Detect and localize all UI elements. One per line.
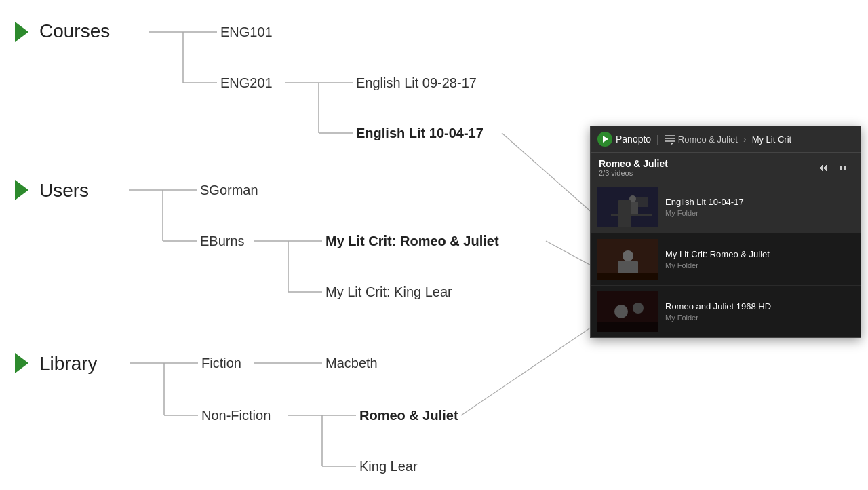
panopto-logo: Panopto: [597, 132, 651, 147]
eng-lit-0928-label: English Lit 09-28-17: [356, 75, 477, 90]
breadcrumb-current: My Lit Crit: [752, 134, 792, 145]
my-lit-crit-king-label: My Lit Crit: King Lear: [326, 284, 452, 299]
eng101-label: ENG101: [220, 24, 273, 39]
video-meta-0: English Lit 10-04-17My Folder: [665, 197, 854, 217]
video-meta-1: My Lit Crit: Romeo & JulietMy Folder: [665, 249, 854, 269]
macbeth-label: Macbeth: [326, 356, 378, 371]
video-folder-0: My Folder: [665, 209, 854, 217]
video-title-0: English Lit 10-04-17: [665, 197, 854, 207]
library-expand-icon[interactable]: [15, 353, 28, 373]
video-folder-2: My Folder: [665, 314, 854, 322]
panopto-subheader: Romeo & Juliet 2/3 videos ⏮ ⏭: [591, 153, 861, 181]
eburns-label: EBurns: [200, 233, 245, 248]
svg-line-28: [461, 326, 590, 415]
breadcrumb-folder[interactable]: Romeo & Juliet: [665, 134, 738, 145]
video-thumb-2: [597, 291, 658, 332]
svg-point-41: [623, 250, 633, 261]
svg-line-17: [546, 241, 590, 267]
fiction-label: Fiction: [201, 356, 241, 371]
svg-point-46: [633, 303, 644, 314]
eng-lit-1004-label: English Lit 10-04-17: [356, 126, 484, 140]
sgorman-label: SGorman: [200, 183, 258, 197]
courses-label: Courses: [39, 20, 110, 41]
my-lit-crit-romeo-label: My Lit Crit: Romeo & Juliet: [326, 233, 499, 248]
panopto-logo-icon: [597, 132, 612, 147]
svg-point-37: [629, 195, 636, 202]
panopto-header: Panopto | Romeo & Juliet › My Lit Crit: [591, 126, 861, 153]
playlist-icon: [665, 134, 675, 145]
tree-diagram: Courses ENG101 ENG201 English Lit 09-28-…: [0, 0, 590, 490]
prev-button[interactable]: ⏮: [814, 160, 831, 175]
video-folder-1: My Folder: [665, 261, 854, 269]
playlist-title: Romeo & Juliet: [599, 158, 668, 169]
users-expand-icon[interactable]: [15, 180, 28, 200]
video-item-2[interactable]: Romeo and Juliet 1968 HDMy Folder: [591, 286, 861, 337]
video-title-1: My Lit Crit: Romeo & Juliet: [665, 249, 854, 259]
king-lear-label: King Lear: [359, 459, 418, 474]
svg-marker-34: [671, 143, 673, 145]
video-list: English Lit 10-04-17My FolderMy Lit Crit…: [591, 181, 861, 337]
svg-rect-47: [597, 322, 658, 332]
breadcrumb-chevron: ›: [743, 134, 747, 145]
playlist-count: 2/3 videos: [599, 169, 668, 177]
eng201-label: ENG201: [220, 75, 273, 90]
video-thumb-1: [597, 239, 658, 280]
video-thumb-0: [597, 187, 658, 227]
video-meta-2: Romeo and Juliet 1968 HDMy Folder: [665, 301, 854, 322]
breadcrumb-separator-1: |: [656, 134, 659, 145]
non-fiction-label: Non-Fiction: [201, 408, 271, 423]
panopto-panel: Panopto | Romeo & Juliet › My Lit Crit R…: [590, 126, 861, 338]
courses-expand-icon[interactable]: [15, 22, 28, 42]
svg-rect-43: [597, 273, 658, 280]
panopto-logo-text: Panopto: [616, 134, 651, 145]
video-title-2: Romeo and Juliet 1968 HD: [665, 301, 854, 312]
users-label: Users: [39, 180, 89, 201]
video-item-0[interactable]: English Lit 10-04-17My Folder: [591, 181, 861, 233]
romeo-juliet-label: Romeo & Juliet: [359, 408, 458, 423]
svg-point-45: [614, 305, 628, 318]
next-button[interactable]: ⏭: [836, 160, 852, 175]
video-item-1[interactable]: My Lit Crit: Romeo & JulietMy Folder: [591, 233, 861, 286]
playlist-info: Romeo & Juliet 2/3 videos: [599, 158, 668, 177]
svg-line-8: [502, 133, 590, 214]
playlist-controls: ⏮ ⏭: [814, 160, 852, 175]
library-label: Library: [39, 353, 98, 374]
svg-rect-39: [611, 214, 652, 216]
svg-rect-35: [597, 187, 658, 227]
